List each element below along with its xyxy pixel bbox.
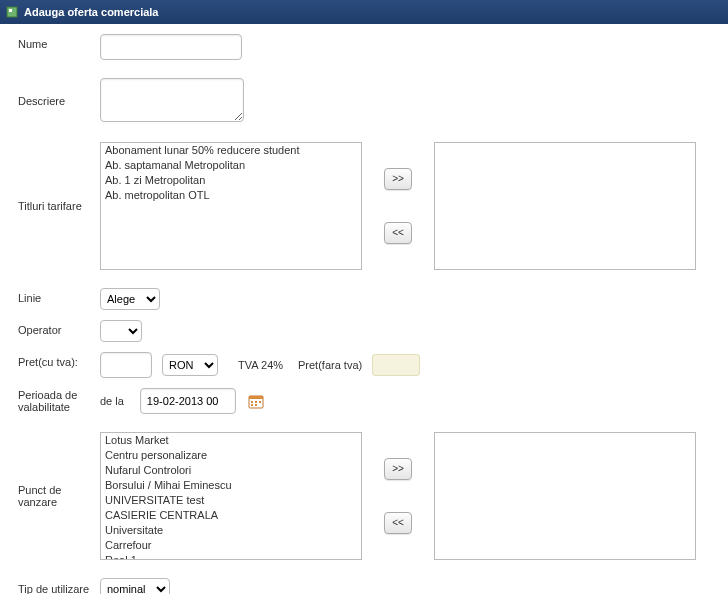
tip-utilizare-select[interactable]: nominal bbox=[100, 578, 170, 594]
titluri-available-list[interactable]: Abonament lunar 50% reducere studentAb. … bbox=[100, 142, 362, 270]
label-tip-utilizare: Tip de utilizare bbox=[18, 583, 100, 594]
list-item[interactable]: Real 1 bbox=[101, 553, 361, 560]
row-titluri-tarifare: Titluri tarifare Abonament lunar 50% red… bbox=[18, 142, 710, 270]
punct-vanzare-move-right-button[interactable]: >> bbox=[384, 458, 412, 480]
list-item[interactable]: Universitate bbox=[101, 523, 361, 538]
svg-rect-6 bbox=[259, 401, 261, 403]
svg-rect-7 bbox=[251, 404, 253, 406]
row-descriere: Descriere bbox=[18, 78, 710, 124]
svg-rect-3 bbox=[249, 396, 263, 399]
list-item[interactable]: Ab. metropolitan OTL bbox=[101, 188, 361, 203]
row-nume: Nume bbox=[18, 34, 710, 60]
window-icon bbox=[6, 6, 18, 18]
window-titlebar: Adauga oferta comerciala bbox=[0, 0, 728, 24]
pret-cu-tva-input[interactable] bbox=[100, 352, 152, 378]
list-item[interactable]: Nufarul Controlori bbox=[101, 463, 361, 478]
calendar-icon[interactable] bbox=[248, 393, 264, 409]
list-item[interactable]: Lotus Market bbox=[101, 433, 361, 448]
svg-rect-4 bbox=[251, 401, 253, 403]
titluri-transfer: Abonament lunar 50% reducere studentAb. … bbox=[100, 142, 696, 270]
list-item[interactable]: Centru personalizare bbox=[101, 448, 361, 463]
label-punct-vanzare: Punct de vanzare bbox=[18, 484, 100, 508]
label-tva: TVA 24% bbox=[238, 359, 288, 371]
row-linie: Linie Alege bbox=[18, 288, 710, 310]
perioada-de-la-input[interactable] bbox=[140, 388, 236, 414]
svg-rect-1 bbox=[9, 9, 12, 12]
list-item[interactable]: Carrefour bbox=[101, 538, 361, 553]
row-operator: Operator bbox=[18, 320, 710, 342]
punct-vanzare-transfer: Lotus MarketCentru personalizareNufarul … bbox=[100, 432, 696, 560]
row-punct-vanzare: Punct de vanzare Lotus MarketCentru pers… bbox=[18, 432, 710, 560]
list-item[interactable]: Ab. saptamanal Metropolitan bbox=[101, 158, 361, 173]
row-tip-utilizare: Tip de utilizare nominal bbox=[18, 578, 710, 594]
list-item[interactable]: Ab. 1 zi Metropolitan bbox=[101, 173, 361, 188]
list-item[interactable]: Borsului / Mihai Eminescu bbox=[101, 478, 361, 493]
label-operator: Operator bbox=[18, 320, 100, 336]
titluri-move-right-button[interactable]: >> bbox=[384, 168, 412, 190]
linie-select[interactable]: Alege bbox=[100, 288, 160, 310]
punct-vanzare-selected-list[interactable] bbox=[434, 432, 696, 560]
list-item[interactable]: UNIVERSITATE test bbox=[101, 493, 361, 508]
currency-select[interactable]: RON bbox=[162, 354, 218, 376]
list-item[interactable]: Abonament lunar 50% reducere student bbox=[101, 143, 361, 158]
punct-vanzare-available-list[interactable]: Lotus MarketCentru personalizareNufarul … bbox=[100, 432, 362, 560]
list-item[interactable]: CASIERIE CENTRALA bbox=[101, 508, 361, 523]
row-pret: Pret(cu tva): RON TVA 24% Pret(fara tva) bbox=[18, 352, 710, 378]
row-perioada: Perioada de valabilitate de la bbox=[18, 388, 710, 414]
titluri-move-left-button[interactable]: << bbox=[384, 222, 412, 244]
label-linie: Linie bbox=[18, 288, 100, 304]
label-pret-cu-tva: Pret(cu tva): bbox=[18, 352, 100, 368]
label-de-la: de la bbox=[100, 395, 124, 407]
label-perioada: Perioada de valabilitate bbox=[18, 389, 100, 413]
label-pret-fara-tva: Pret(fara tva) bbox=[298, 359, 362, 371]
svg-rect-8 bbox=[255, 404, 257, 406]
window-title: Adauga oferta comerciala bbox=[24, 6, 159, 18]
dialog-add-commercial-offer: Adauga oferta comerciala Nume Descriere … bbox=[0, 0, 728, 594]
operator-select[interactable] bbox=[100, 320, 142, 342]
label-descriere: Descriere bbox=[18, 95, 100, 107]
nume-input[interactable] bbox=[100, 34, 242, 60]
label-nume: Nume bbox=[18, 34, 100, 50]
titluri-selected-list[interactable] bbox=[434, 142, 696, 270]
svg-rect-5 bbox=[255, 401, 257, 403]
pret-fara-tva-readonly bbox=[372, 354, 420, 376]
form-body: Nume Descriere Titluri tarifare Abonamen… bbox=[0, 24, 728, 594]
descriere-textarea[interactable] bbox=[100, 78, 244, 122]
punct-vanzare-move-left-button[interactable]: << bbox=[384, 512, 412, 534]
label-titluri-tarifare: Titluri tarifare bbox=[18, 200, 100, 212]
